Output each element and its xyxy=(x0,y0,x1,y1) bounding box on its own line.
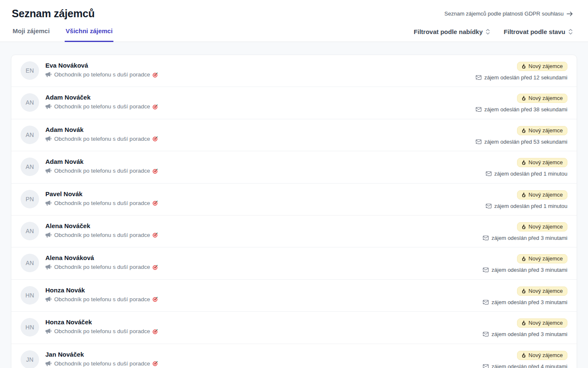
flame-icon xyxy=(521,160,526,165)
lead-meta: Nový zájemce zájem odeslán před 1 minuto… xyxy=(486,189,567,209)
dart-target-icon xyxy=(152,136,158,142)
lead-info: Honza Novák Obchodník po telefonu s duší… xyxy=(45,286,483,302)
status-badge-label: Nový zájemce xyxy=(528,63,563,69)
lead-row[interactable]: PN Pavel Novák Obchodník po telefonu s d… xyxy=(11,184,577,216)
dart-target-icon xyxy=(152,168,158,174)
avatar: AN xyxy=(21,93,39,112)
avatar: AN xyxy=(21,158,39,176)
lead-info: Adam Novák Obchodník po telefonu s duší … xyxy=(45,125,475,142)
mail-sent-icon xyxy=(483,364,489,368)
status-badge-label: Nový zájemce xyxy=(528,192,563,198)
lead-meta: Nový zájemce zájem odeslán před 12 sekun… xyxy=(475,61,567,81)
tab-moji-zajemci[interactable]: Moji zájemci xyxy=(12,24,50,42)
dart-target-icon xyxy=(152,200,158,206)
lead-offer-label: Obchodník po telefonu s duší poradce xyxy=(54,264,150,270)
sent-line: zájem odeslán před 3 minutami xyxy=(483,299,567,305)
megaphone-icon xyxy=(45,200,52,206)
avatar: AN xyxy=(21,126,39,144)
status-badge: Nový zájemce xyxy=(517,222,567,231)
lead-name: Adam Novák xyxy=(45,157,486,165)
lead-name: Alena Nováček xyxy=(45,221,483,229)
lead-offer: Obchodník po telefonu s duší poradce xyxy=(45,71,475,78)
mail-sent-icon xyxy=(475,139,482,145)
filter-by-status-dropdown[interactable]: Filtrovat podle stavu xyxy=(504,28,573,35)
tab-vsichni-zajemci[interactable]: Všichni zájemci xyxy=(65,24,113,42)
lead-offer-label: Obchodník po telefonu s duší poradce xyxy=(54,360,150,367)
dart-target-icon xyxy=(152,232,158,238)
avatar: AN xyxy=(21,254,39,272)
sent-line: zájem odeslán před 53 sekundami xyxy=(475,139,567,145)
megaphone-icon xyxy=(45,232,52,238)
lead-offer-label: Obchodník po telefonu s duší poradce xyxy=(54,71,150,78)
lead-meta: Nový zájemce zájem odeslán před 3 minuta… xyxy=(483,286,567,305)
avatar: EN xyxy=(21,61,39,80)
lead-offer-label: Obchodník po telefonu s duší poradce xyxy=(54,328,150,334)
avatar-initials: AN xyxy=(26,228,34,234)
lead-offer-label: Obchodník po telefonu s duší poradce xyxy=(54,103,150,110)
flame-icon xyxy=(521,256,526,261)
lead-offer-label: Obchodník po telefonu s duší poradce xyxy=(54,168,150,174)
avatar: JN xyxy=(21,350,39,368)
lead-row[interactable]: JN Jan Nováček Obchodník po telefonu s d… xyxy=(11,344,577,368)
status-badge: Nový zájemce xyxy=(517,318,567,328)
status-badge-label: Nový zájemce xyxy=(528,223,563,230)
lead-offer: Obchodník po telefonu s duší poradce xyxy=(45,328,483,334)
sent-label: zájem odeslán před 3 minutami xyxy=(491,235,567,241)
lead-info: Alena Nováček Obchodník po telefonu s du… xyxy=(45,221,483,238)
lead-row[interactable]: AN Adam Novák Obchodník po telefonu s du… xyxy=(11,119,577,151)
lead-row[interactable]: AN Alena Nováček Obchodník po telefonu s… xyxy=(11,216,577,247)
lead-row[interactable]: EN Eva Nováková Obchodník po telefonu s … xyxy=(11,55,577,87)
lead-offer: Obchodník po telefonu s duší poradce xyxy=(45,103,475,110)
lead-offer: Obchodník po telefonu s duší poradce xyxy=(45,360,483,367)
lead-offer: Obchodník po telefonu s duší poradce xyxy=(45,168,486,174)
status-badge: Nový zájemce xyxy=(517,190,567,200)
lead-meta: Nový zájemce zájem odeslán před 3 minuta… xyxy=(483,253,567,273)
lead-meta: Nový zájemce zájem odeslán před 4 minuta… xyxy=(483,350,567,368)
lead-row[interactable]: HN Honza Nováček Obchodník po telefonu s… xyxy=(11,312,577,344)
avatar-initials: AN xyxy=(26,131,34,138)
sent-label: zájem odeslán před 53 sekundami xyxy=(484,139,567,145)
flame-icon xyxy=(521,95,526,101)
avatar-initials: JN xyxy=(26,356,34,363)
status-badge-label: Nový zájemce xyxy=(528,320,563,326)
lead-row[interactable]: AN Adam Nováček Obchodník po telefonu s … xyxy=(11,87,577,119)
gdpr-list-link-label: Seznam zájemců podle platnosti GDPR souh… xyxy=(444,11,564,17)
mail-sent-icon xyxy=(475,107,482,112)
status-badge-label: Nový zájemce xyxy=(528,127,563,134)
sent-label: zájem odeslán před 1 minutou xyxy=(494,203,567,209)
page-header: Seznam zájemců Seznam zájemců podle plat… xyxy=(0,0,588,42)
dart-target-icon xyxy=(152,264,158,270)
sent-label: zájem odeslán před 4 minutami xyxy=(491,363,567,368)
filter-by-offer-label: Filtrovat podle nabídky xyxy=(414,28,483,35)
flame-icon xyxy=(521,320,526,326)
megaphone-icon xyxy=(45,361,52,366)
tab-bar: Moji zájemci Všichni zájemci xyxy=(12,24,113,42)
dart-target-icon xyxy=(152,296,158,302)
lead-info: Pavel Novák Obchodník po telefonu s duší… xyxy=(45,189,486,206)
lead-info: Eva Nováková Obchodník po telefonu s duš… xyxy=(45,61,475,78)
lead-row[interactable]: HN Honza Novák Obchodník po telefonu s d… xyxy=(11,280,577,312)
lead-meta: Nový zájemce zájem odeslán před 53 sekun… xyxy=(475,125,567,145)
chevron-up-down-icon xyxy=(568,29,573,35)
status-badge: Nový zájemce xyxy=(517,287,567,296)
lead-info: Jan Nováček Obchodník po telefonu s duší… xyxy=(45,350,483,367)
status-badge-label: Nový zájemce xyxy=(528,352,563,358)
sent-line: zájem odeslán před 1 minutou xyxy=(486,171,567,177)
lead-row[interactable]: AN Alena Nováková Obchodník po telefonu … xyxy=(11,247,577,279)
dart-target-icon xyxy=(152,72,158,78)
filter-by-offer-dropdown[interactable]: Filtrovat podle nabídky xyxy=(414,28,490,35)
avatar: HN xyxy=(21,318,39,336)
flame-icon xyxy=(521,128,526,133)
sent-line: zájem odeslán před 38 sekundami xyxy=(475,106,567,113)
status-badge-label: Nový zájemce xyxy=(528,95,563,101)
lead-offer: Obchodník po telefonu s duší poradce xyxy=(45,200,486,206)
lead-row[interactable]: AN Adam Novák Obchodník po telefonu s du… xyxy=(11,151,577,183)
status-badge: Nový zájemce xyxy=(517,126,567,135)
sent-line: zájem odeslán před 12 sekundami xyxy=(475,74,567,81)
lead-offer: Obchodník po telefonu s duší poradce xyxy=(45,296,483,302)
mail-sent-icon xyxy=(483,331,489,337)
lead-name: Adam Novák xyxy=(45,125,475,133)
flame-icon xyxy=(521,352,526,358)
gdpr-list-link[interactable]: Seznam zájemců podle platnosti GDPR souh… xyxy=(444,11,576,17)
leads-card: EN Eva Nováková Obchodník po telefonu s … xyxy=(11,55,577,368)
